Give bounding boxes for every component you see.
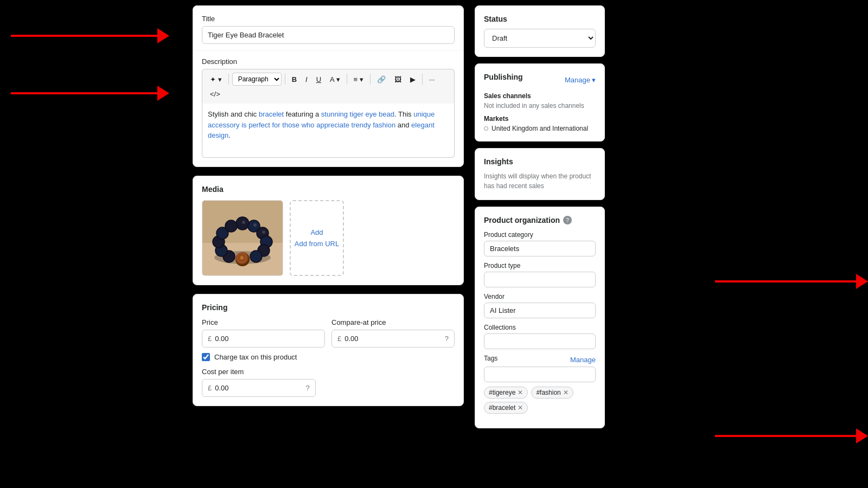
toolbar-code-btn[interactable]: </> xyxy=(207,88,224,100)
bracelet-svg xyxy=(202,201,283,275)
compare-price-input[interactable] xyxy=(344,330,442,347)
toolbar-underline-btn[interactable]: U xyxy=(313,73,324,86)
collections-label: Collections xyxy=(484,324,596,331)
sales-channels-label: Sales channels xyxy=(484,92,596,100)
editor-toolbar: ✦ ▾ Paragraph Heading 1 Heading 2 B I U … xyxy=(202,69,455,104)
markets-label: Markets xyxy=(484,115,596,123)
publishing-manage-link[interactable]: Manage ▾ xyxy=(565,76,596,84)
add-from-url-link[interactable]: Add from URL xyxy=(295,240,339,248)
media-card: Media xyxy=(193,176,464,285)
tax-label[interactable]: Charge tax on this product xyxy=(214,353,297,361)
svg-point-18 xyxy=(262,230,265,234)
sidebar: Status Draft Active Publishing Manage ▾ … xyxy=(475,5,605,483)
price-input-wrapper: £ xyxy=(202,330,325,348)
toolbar-video-btn[interactable]: ▶ xyxy=(407,73,419,86)
tags-field: Tags Manage #tigereye ✕ #fashion ✕ xyxy=(484,355,596,414)
tag-fashion-remove[interactable]: ✕ xyxy=(563,389,569,396)
cost-currency: £ xyxy=(208,384,212,392)
tag-chip-bracelet: #bracelet ✕ xyxy=(484,402,528,414)
price-input[interactable] xyxy=(215,330,319,347)
tags-input[interactable] xyxy=(484,367,596,382)
tag-tigereye-label: #tigereye xyxy=(489,389,515,396)
tag-tigereye-remove[interactable]: ✕ xyxy=(518,389,523,396)
vendor-field: Vendor xyxy=(484,293,596,318)
cost-help-icon[interactable]: ? xyxy=(305,384,309,392)
compare-currency: £ xyxy=(337,335,341,343)
toolbar-link-btn[interactable]: 🔗 xyxy=(374,73,389,86)
cost-section: Cost per item £ ? xyxy=(202,368,455,397)
media-title: Media xyxy=(202,185,455,194)
type-input[interactable] xyxy=(484,272,596,287)
toolbar-align-btn[interactable]: ≡ ▾ xyxy=(350,73,367,86)
tags-header: Tags Manage xyxy=(484,355,596,364)
toolbar-divider-4 xyxy=(370,74,371,85)
tag-bracelet-label: #bracelet xyxy=(489,404,515,412)
tag-chip-tigereye: #tigereye ✕ xyxy=(484,387,528,399)
insights-card: Insights Insights will display when the … xyxy=(475,148,605,200)
description-label: Description xyxy=(202,57,455,66)
title-desc-card: Title Description ✦ ▾ Paragraph Heading … xyxy=(193,5,464,167)
title-input[interactable] xyxy=(202,26,455,44)
pricing-grid: Price £ Compare-at price £ ? xyxy=(202,318,455,348)
svg-point-15 xyxy=(225,220,237,232)
toolbar-more-btn[interactable]: ··· xyxy=(426,73,438,86)
tag-fashion-label: #fashion xyxy=(536,389,560,396)
title-label: Title xyxy=(202,15,455,23)
svg-point-10 xyxy=(235,252,250,266)
description-editor[interactable]: Stylish and chic bracelet featuring a st… xyxy=(202,104,455,158)
product-org-card: Product organization ? Product category … xyxy=(475,207,605,428)
title-field-wrapper: Title xyxy=(202,15,455,44)
tags-label: Tags xyxy=(484,355,497,362)
compare-price-field: Compare-at price £ ? xyxy=(331,318,455,348)
toolbar-italic-btn[interactable]: I xyxy=(302,73,311,86)
vendor-input[interactable] xyxy=(484,303,596,318)
vendor-label: Vendor xyxy=(484,293,596,300)
cost-input-wrapper: £ ? xyxy=(202,379,316,397)
tax-checkbox[interactable] xyxy=(202,353,210,361)
svg-point-16 xyxy=(242,221,245,224)
tax-checkbox-row: Charge tax on this product xyxy=(202,353,455,361)
tags-list: #tigereye ✕ #fashion ✕ #bracelet ✕ xyxy=(484,387,596,414)
tag-bracelet-remove[interactable]: ✕ xyxy=(518,404,523,411)
status-title: Status xyxy=(484,15,596,23)
svg-point-17 xyxy=(253,223,257,227)
cost-label: Cost per item xyxy=(202,368,455,376)
category-input[interactable] xyxy=(484,241,596,256)
media-grid: Add Add from URL xyxy=(202,200,455,276)
toolbar-divider-5 xyxy=(422,74,423,85)
status-card: Status Draft Active xyxy=(475,5,605,57)
insights-text: Insights will display when the product h… xyxy=(484,171,596,191)
svg-point-8 xyxy=(250,251,262,262)
toolbar-image-btn[interactable]: 🖼 xyxy=(391,73,405,86)
media-add-box[interactable]: Add Add from URL xyxy=(290,200,344,276)
toolbar-paragraph-select[interactable]: Paragraph Heading 1 Heading 2 xyxy=(232,73,282,86)
product-image[interactable] xyxy=(202,200,283,276)
pricing-card: Pricing Price £ Compare-at price xyxy=(193,294,464,406)
publishing-title: Publishing xyxy=(484,73,523,81)
sales-channels-value: Not included in any sales channels xyxy=(484,102,596,110)
description-field-wrapper: Description ✦ ▾ Paragraph Heading 1 Head… xyxy=(202,57,455,158)
status-select[interactable]: Draft Active xyxy=(484,29,596,48)
insights-title: Insights xyxy=(484,157,596,166)
toolbar-bold-btn[interactable]: B xyxy=(289,73,300,86)
type-label: Product type xyxy=(484,262,596,269)
price-label: Price xyxy=(202,318,325,326)
market-value: United Kingdom and International xyxy=(492,125,588,132)
toolbar-sparkle-btn[interactable]: ✦ ▾ xyxy=(207,73,225,86)
tag-chip-fashion: #fashion ✕ xyxy=(531,387,573,399)
cost-input[interactable] xyxy=(215,380,302,396)
toolbar-color-btn[interactable]: A ▾ xyxy=(327,73,343,86)
collections-input[interactable] xyxy=(484,333,596,349)
tags-manage-link[interactable]: Manage xyxy=(570,356,596,364)
org-help-icon[interactable]: ? xyxy=(563,216,572,224)
price-currency: £ xyxy=(208,335,212,343)
publishing-card: Publishing Manage ▾ Sales channels Not i… xyxy=(475,63,605,142)
category-label: Product category xyxy=(484,231,596,239)
market-item: United Kingdom and International xyxy=(484,125,596,132)
toolbar-divider-2 xyxy=(285,74,285,85)
org-title-row: Product organization ? xyxy=(484,216,596,224)
collections-field: Collections xyxy=(484,324,596,349)
compare-help-icon[interactable]: ? xyxy=(445,335,449,343)
publishing-header: Publishing Manage ▾ xyxy=(484,73,596,87)
add-link[interactable]: Add xyxy=(310,228,323,236)
